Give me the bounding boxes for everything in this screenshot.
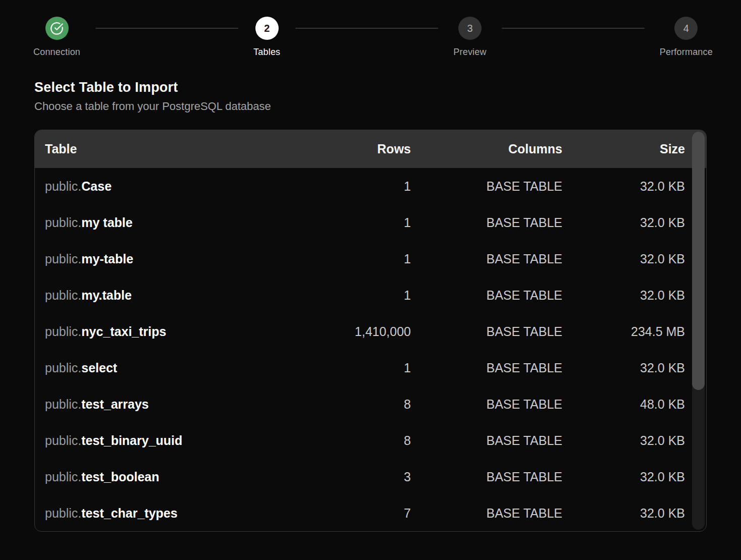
columns-cell: BASE TABLE [411,506,562,521]
schema-prefix: public. [45,506,81,520]
size-cell: 32.0 KB [562,252,685,266]
columns-cell: BASE TABLE [411,288,562,303]
schema-prefix: public. [45,324,81,339]
table-name-cell: public.my table [45,215,310,230]
table-name-cell: public.test_boolean [45,470,310,484]
step-performance[interactable]: 4 Performance [660,17,713,58]
table-row[interactable]: public.test_arrays 8 BASE TABLE 48.0 KB [35,386,706,422]
schema-prefix: public. [45,215,81,230]
size-cell: 32.0 KB [562,215,685,230]
step-performance-circle[interactable]: 4 [674,17,698,40]
table-name-cell: public.my-table [45,252,310,266]
size-cell: 32.0 KB [562,361,685,375]
table-name: test_binary_uuid [81,433,182,447]
table-name: Case [81,179,112,193]
table-name-cell: public.my.table [45,288,310,303]
rows-cell: 1,410,000 [310,324,411,339]
column-header-rows: Rows [310,142,411,156]
rows-cell: 1 [310,361,411,375]
rows-cell: 8 [310,397,411,412]
schema-prefix: public. [45,252,81,266]
table-name-cell: public.test_arrays [45,397,310,412]
table-name-cell: public.test_char_types [45,506,310,521]
schema-prefix: public. [45,470,81,484]
table-name: test_arrays [81,397,148,411]
table-name: my table [81,215,132,230]
columns-cell: BASE TABLE [411,433,562,448]
size-cell: 32.0 KB [562,470,685,484]
page-title: Select Table to Import [34,80,707,95]
schema-prefix: public. [45,288,81,302]
table-row[interactable]: public.my table 1 BASE TABLE 32.0 KB [35,204,706,241]
table-name-cell: public.select [45,361,310,375]
step-connector [295,28,438,29]
columns-cell: BASE TABLE [411,397,562,412]
table-name: select [81,361,117,375]
rows-cell: 8 [310,433,411,448]
table-name-cell: public.nyc_taxi_trips [45,324,310,339]
columns-cell: BASE TABLE [411,361,562,375]
step-preview[interactable]: 3 Preview [453,17,486,58]
rows-cell: 1 [310,215,411,230]
table-row[interactable]: public.nyc_taxi_trips 1,410,000 BASE TAB… [35,313,706,350]
column-header-size: Size [562,142,685,156]
size-cell: 32.0 KB [562,288,685,303]
main-content: Select Table to Import Choose a table fr… [34,80,707,532]
schema-prefix: public. [45,179,81,193]
table-body: public.Case 1 BASE TABLE 32.0 KB public.… [35,168,706,531]
step-tables-circle[interactable]: 2 [255,17,279,40]
rows-cell: 1 [310,288,411,303]
rows-cell: 7 [310,506,411,521]
step-tables[interactable]: 2 Tables [253,17,280,58]
table-name: nyc_taxi_trips [81,324,166,339]
step-connection[interactable]: Connection [33,17,80,58]
table-name: test_boolean [81,470,159,484]
step-preview-label: Preview [453,47,486,58]
schema-prefix: public. [45,433,81,447]
size-cell: 48.0 KB [562,397,685,412]
tables-list-card: Table Rows Columns Size public.Case 1 BA… [34,130,707,532]
rows-cell: 1 [310,252,411,266]
table-row[interactable]: public.test_char_types 7 BASE TABLE 32.0… [35,495,706,531]
page-subtitle: Choose a table from your PostgreSQL data… [34,100,707,113]
columns-cell: BASE TABLE [411,324,562,339]
table-row[interactable]: public.select 1 BASE TABLE 32.0 KB [35,350,706,386]
size-cell: 32.0 KB [562,179,685,194]
step-connection-circle[interactable] [45,17,69,40]
table-name-cell: public.Case [45,179,310,194]
wizard-stepper: Connection 2 Tables 3 Preview 4 Performa… [0,0,741,58]
columns-cell: BASE TABLE [411,252,562,266]
scrollbar-track[interactable] [692,132,705,530]
schema-prefix: public. [45,397,81,411]
scrollbar-thumb[interactable] [692,132,705,390]
step-connector [502,28,645,29]
step-preview-circle[interactable]: 3 [458,17,482,40]
check-circle-icon [50,22,64,35]
table-row[interactable]: public.my-table 1 BASE TABLE 32.0 KB [35,241,706,277]
rows-cell: 1 [310,179,411,194]
table-row[interactable]: public.test_boolean 3 BASE TABLE 32.0 KB [35,459,706,495]
columns-cell: BASE TABLE [411,215,562,230]
step-performance-label: Performance [660,47,713,58]
table-name: my.table [81,288,132,302]
table-row[interactable]: public.Case 1 BASE TABLE 32.0 KB [35,168,706,204]
step-connection-label: Connection [33,47,80,58]
column-header-table: Table [45,142,310,156]
size-cell: 234.5 MB [562,324,685,339]
columns-cell: BASE TABLE [411,470,562,484]
table-header-row: Table Rows Columns Size [35,130,706,168]
column-header-columns: Columns [411,142,562,156]
columns-cell: BASE TABLE [411,179,562,194]
table-name-cell: public.test_binary_uuid [45,433,310,448]
table-row[interactable]: public.my.table 1 BASE TABLE 32.0 KB [35,277,706,313]
table-row[interactable]: public.test_binary_uuid 8 BASE TABLE 32.… [35,422,706,459]
step-connector [95,28,238,29]
size-cell: 32.0 KB [562,433,685,448]
table-name: my-table [81,252,133,266]
step-tables-label: Tables [253,47,280,58]
rows-cell: 3 [310,470,411,484]
schema-prefix: public. [45,361,81,375]
table-name: test_char_types [81,506,177,520]
size-cell: 32.0 KB [562,506,685,521]
